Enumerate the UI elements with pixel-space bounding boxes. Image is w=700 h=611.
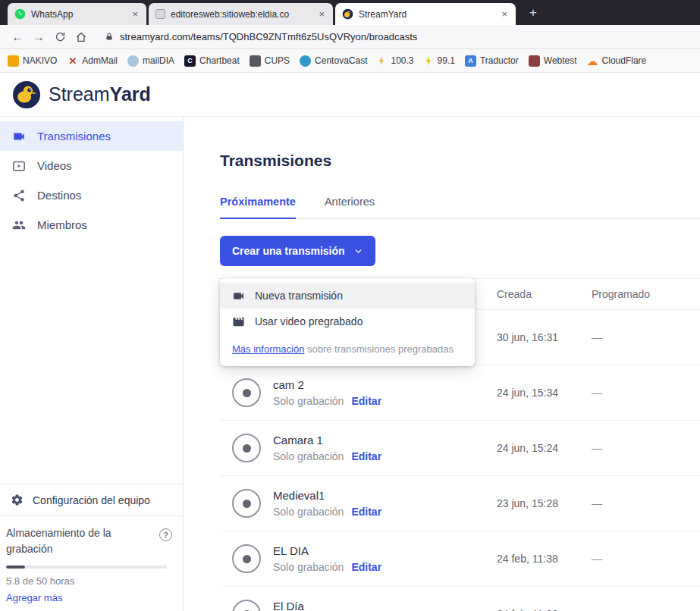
storage-progress-bar — [6, 566, 167, 569]
nakivo-icon — [8, 55, 19, 67]
broadcast-title: El Día — [273, 600, 381, 611]
maildia-icon — [127, 55, 139, 67]
streamyard-favicon-icon — [342, 8, 353, 20]
broadcast-tabs: Próximamente Anteriores — [220, 196, 700, 219]
broadcast-type: Solo grabación — [273, 450, 344, 462]
back-icon[interactable]: ← — [8, 30, 27, 43]
created-date: 30 jun, 16:31 — [497, 331, 592, 343]
bookmark-webtest[interactable]: Webtest — [529, 55, 577, 67]
bookmark-cloudflare[interactable]: ☁CloudFlare — [587, 55, 647, 67]
tab-title: StreamYard — [359, 9, 494, 20]
tab-whatsapp[interactable]: WhatsApp × — [8, 3, 146, 25]
sidebar-item-miembros[interactable]: Miembros — [0, 210, 183, 240]
bookmark-100-3[interactable]: 100.3 — [377, 55, 413, 66]
bookmark-label: Webtest — [544, 55, 577, 66]
bookmark-99-1[interactable]: 99.1 — [424, 55, 455, 66]
team-settings-button[interactable]: Configuración del equipo — [0, 484, 183, 515]
created-date: 23 jun, 15:28 — [497, 497, 592, 509]
edit-link[interactable]: Editar — [351, 561, 381, 573]
cloudflare-icon: ☁ — [587, 55, 598, 67]
broadcast-title: EL DIA — [273, 544, 381, 557]
bookmark-cups[interactable]: CUPS — [250, 55, 290, 67]
lock-icon[interactable] — [105, 32, 114, 42]
forward-icon[interactable]: → — [29, 30, 49, 43]
record-icon — [232, 378, 261, 407]
menu-item-new-broadcast[interactable]: Nueva transmisión — [220, 283, 475, 309]
bolt-icon — [377, 56, 387, 66]
traductor-icon: A — [465, 55, 476, 67]
bookmark-label: mailDIA — [143, 55, 174, 66]
tab-bar: WhatsApp × editoresweb:sitioweb:eldia.co… — [0, 0, 700, 25]
bookmark-chartbeat[interactable]: CChartbeat — [184, 55, 240, 67]
bookmark-traductor[interactable]: ATraductor — [465, 55, 519, 67]
main-content: Transmisiones Próximamente Anteriores Cr… — [184, 117, 700, 611]
sidebar-item-transmisiones[interactable]: Transmisiones — [0, 121, 183, 151]
record-icon — [232, 434, 261, 462]
duck-logo-icon — [12, 80, 41, 109]
broadcast-type: Solo grabación — [273, 506, 344, 518]
created-date: 24 feb, 11:22 — [497, 608, 592, 611]
home-icon[interactable] — [71, 31, 91, 43]
tab-streamyard[interactable]: StreamYard × — [335, 3, 516, 25]
url-bar[interactable]: streamyard.com/teams/TQDhBC9ZNTmft6z5UsQ… — [97, 27, 692, 46]
storage-usage-text: 5.8 de 50 horas — [6, 575, 172, 587]
tab-eldia[interactable]: editoresweb:sitioweb:eldia.co × — [149, 3, 333, 25]
bookmark-maildia[interactable]: mailDIA — [127, 55, 174, 67]
column-header-created: Creada — [497, 288, 592, 300]
close-icon[interactable]: × — [500, 8, 509, 20]
add-more-link[interactable]: Agregar más — [6, 592, 172, 603]
new-tab-button[interactable]: + — [525, 5, 541, 20]
video-camera-icon — [12, 130, 26, 143]
tab-title: editoresweb:sitioweb:eldia.co — [171, 9, 312, 20]
more-info-text: sobre transmisiones pregrabadas — [304, 343, 454, 355]
edit-link[interactable]: Editar — [351, 506, 381, 518]
address-bar: ← → streamyard.com/teams/TQDhBC9ZNTmft6z… — [0, 25, 700, 49]
people-icon — [12, 218, 26, 232]
storage-panel: Almacenamiento de la grabación ? 5.8 de … — [0, 515, 183, 611]
chartbeat-icon: C — [184, 55, 196, 67]
menu-item-prerecorded-video[interactable]: Usar video pregrabado — [220, 309, 475, 334]
video-library-icon — [12, 159, 26, 173]
edit-link[interactable]: Editar — [351, 395, 381, 407]
create-broadcast-button[interactable]: Crear una transmisión — [220, 236, 375, 266]
column-header-scheduled: Programado — [592, 288, 700, 300]
bookmark-nakivo[interactable]: NAKIVO — [8, 55, 57, 67]
broadcast-type: Solo grabación — [273, 395, 344, 407]
reload-icon[interactable] — [50, 31, 70, 42]
centovacast-icon — [300, 55, 311, 67]
more-info-link[interactable]: Más información — [232, 343, 304, 355]
bookmark-centovacast[interactable]: CentovaCast — [300, 55, 367, 67]
help-icon[interactable]: ? — [159, 528, 172, 541]
bookmark-label: NAKIVO — [23, 55, 57, 66]
tab-anteriores[interactable]: Anteriores — [325, 196, 375, 218]
tab-proximamente[interactable]: Próximamente — [220, 196, 296, 219]
close-icon[interactable]: × — [130, 8, 140, 20]
streamyard-logo[interactable]: StreamYard — [12, 80, 151, 109]
storage-title: Almacenamiento de la grabación — [6, 525, 137, 556]
table-row[interactable]: EL DIA Solo grabaciónEditar 24 feb, 11:3… — [220, 531, 700, 587]
sidebar-item-videos[interactable]: Videos — [0, 151, 183, 180]
bookmark-label: 100.3 — [391, 55, 413, 66]
scheduled-date: — — [592, 608, 700, 611]
record-icon — [232, 600, 261, 611]
table-row[interactable]: cam 2 Solo grabaciónEditar 24 jun, 15:34… — [220, 365, 700, 421]
broadcast-title: Medieval1 — [273, 489, 381, 502]
app-header: StreamYard — [0, 73, 700, 117]
bookmark-label: 99.1 — [438, 55, 455, 66]
brand-text: StreamYard — [49, 83, 151, 105]
close-icon[interactable]: × — [317, 8, 326, 20]
sidebar-item-destinos[interactable]: Destinos — [0, 180, 183, 210]
cups-icon — [250, 55, 261, 67]
edit-link[interactable]: Editar — [351, 450, 381, 462]
whatsapp-icon — [14, 8, 26, 20]
bookmark-label: CentovaCast — [315, 55, 367, 66]
bookmark-label: AdmMail — [82, 55, 118, 66]
page-title: Transmisiones — [220, 152, 700, 170]
table-row[interactable]: Camara 1 Solo grabaciónEditar 24 jun, 15… — [220, 421, 700, 476]
tab-title: WhatsApp — [31, 9, 125, 20]
bookmark-label: Traductor — [480, 55, 519, 66]
gear-icon — [11, 494, 24, 506]
table-row[interactable]: Medieval1 Solo grabaciónEditar 23 jun, 1… — [220, 476, 700, 531]
bookmark-admmail[interactable]: ✕AdmMail — [67, 55, 118, 67]
table-row[interactable]: El Día Solo grabaciónEditar 24 feb, 11:2… — [220, 587, 700, 611]
